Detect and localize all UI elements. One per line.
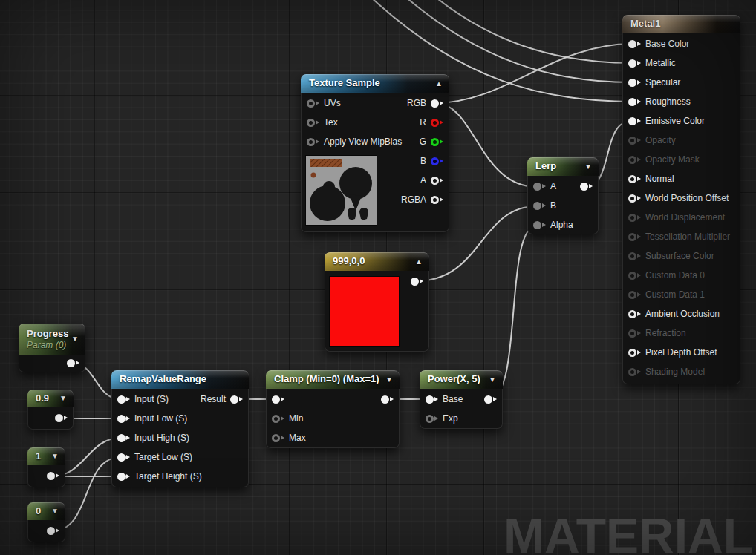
pin-in-a[interactable]: A <box>533 181 561 191</box>
node-header[interactable]: 0.9▼ <box>27 390 74 407</box>
pin-circle-icon <box>628 175 636 183</box>
pin-circle-icon <box>117 473 126 481</box>
wire-offscreen-to-specular[interactable] <box>405 0 632 82</box>
pin-in-normal[interactable]: Normal <box>628 174 679 184</box>
pin-circle-icon <box>47 472 55 480</box>
node-header[interactable]: Power(X, 5)▼ <box>420 370 503 389</box>
pin-out-r[interactable]: R <box>415 117 443 128</box>
pin-in-input-high-s[interactable]: Input High (S) <box>117 433 194 443</box>
pin-in-custom-data-0[interactable]: Custom Data 0 <box>628 270 709 280</box>
node-progress[interactable]: ProgressParam (0)▼ <box>19 324 85 372</box>
expand-arrow-icon[interactable]: ▼ <box>71 335 79 343</box>
expand-arrow-icon[interactable]: ▼ <box>51 453 59 460</box>
pin-in-shading-model[interactable]: Shading Model <box>628 367 709 377</box>
pin-in-metallic[interactable]: Metallic <box>628 58 680 68</box>
pin-circle-icon <box>431 99 439 108</box>
expand-arrow-icon[interactable]: ▼ <box>59 395 67 402</box>
pin-in-world-position-offset[interactable]: World Position Offset <box>628 193 733 203</box>
pin-label: Normal <box>645 174 674 184</box>
pin-in-alpha[interactable]: Alpha <box>533 220 578 230</box>
expand-arrow-icon[interactable]: ▼ <box>51 508 59 515</box>
pin-out-rgba[interactable]: RGBA <box>397 194 443 205</box>
node-header[interactable]: Clamp (Min=0) (Max=1)▼ <box>266 370 400 389</box>
pin-in-uvs[interactable]: UVs <box>307 98 345 108</box>
node-header[interactable]: 0▼ <box>27 502 65 520</box>
pin-out-out[interactable] <box>38 470 59 481</box>
pin-in-world-displacement[interactable]: World Displacement <box>628 212 729 223</box>
node-remap-value-range[interactable]: RemapValueRangeInput (S)Input Low (S)Inp… <box>111 370 249 487</box>
pin-circle-icon <box>117 415 126 423</box>
pin-in-opacity[interactable]: Opacity <box>628 135 680 145</box>
expand-arrow-icon[interactable]: ▼ <box>584 163 592 171</box>
pin-in-refraction[interactable]: Refraction <box>628 328 691 338</box>
pin-in-max[interactable]: Max <box>272 433 310 443</box>
expand-arrow-icon[interactable]: ▼ <box>385 376 393 384</box>
pin-out-out[interactable] <box>46 413 68 423</box>
pin-in-apply-view-mipbias[interactable]: Apply View MipBias <box>307 137 406 147</box>
node-title: 1 <box>27 450 65 462</box>
pin-out-out[interactable] <box>58 358 79 368</box>
pin-in-exp[interactable]: Exp <box>426 413 463 424</box>
pin-in-subsurface-color[interactable]: Subsurface Color <box>628 251 719 261</box>
pin-in-pixel-depth-offset[interactable]: Pixel Depth Offset <box>628 347 722 358</box>
pin-in-opacity-mask[interactable]: Opacity Mask <box>628 154 704 165</box>
node-texture-sample[interactable]: Texture Sample▲UVsTexApply View MipBiasR… <box>301 74 449 232</box>
pin-arrow-icon <box>316 139 319 144</box>
node-header[interactable]: RemapValueRange <box>111 370 249 389</box>
wire-offscreen-to-metallic[interactable] <box>434 0 632 63</box>
pin-in-tessellation-multiplier[interactable]: Tessellation Multiplier <box>628 231 734 242</box>
pin-out-out[interactable] <box>402 276 423 286</box>
pin-in-specular[interactable]: Specular <box>628 77 685 88</box>
pin-out-out[interactable] <box>372 394 394 404</box>
pin-arrow-icon <box>637 119 641 123</box>
node-metal1[interactable]: Metal1Base ColorMetallicSpecularRoughnes… <box>622 15 740 384</box>
pin-out-b[interactable]: B <box>416 156 443 166</box>
expand-arrow-icon[interactable]: ▼ <box>489 376 496 384</box>
pin-arrow-icon <box>637 80 641 85</box>
node-const-0[interactable]: 0▼ <box>27 502 65 542</box>
pin-in-emissive-color[interactable]: Emissive Color <box>628 116 709 126</box>
pin-in-min[interactable]: Min <box>272 413 307 424</box>
pin-in-b[interactable]: B <box>533 200 561 211</box>
node-const-999-0-0[interactable]: 999,0,0▲ <box>325 252 429 352</box>
pin-out-result[interactable]: Result <box>196 394 243 404</box>
collapse-arrow-icon[interactable]: ▲ <box>415 258 423 266</box>
pin-in-roughness[interactable]: Roughness <box>628 96 695 107</box>
pin-circle-icon <box>484 395 492 404</box>
pin-in-custom-data-1[interactable]: Custom Data 1 <box>628 289 709 300</box>
pin-out-out[interactable] <box>571 181 593 191</box>
node-const-1[interactable]: 1▼ <box>27 447 65 487</box>
pin-in-out[interactable] <box>272 394 293 404</box>
material-graph-canvas[interactable]: MATERIAL Texture Sample▲UVsTexApply View… <box>0 0 756 555</box>
collapse-arrow-icon[interactable]: ▲ <box>435 80 443 88</box>
wire-rgb-to-lerp-a[interactable] <box>435 103 537 187</box>
pin-in-input-s[interactable]: Input (S) <box>117 394 173 404</box>
pin-in-target-low-s[interactable]: Target Low (S) <box>117 452 197 462</box>
pin-arrow-icon <box>637 42 641 46</box>
node-header[interactable]: ProgressParam (0)▼ <box>19 324 85 355</box>
node-header[interactable]: Lerp▼ <box>527 157 599 176</box>
pin-arrow-icon <box>281 416 284 421</box>
pin-out-rgb[interactable]: RGB <box>403 98 443 108</box>
node-header[interactable]: Texture Sample▲ <box>301 74 449 93</box>
node-clamp[interactable]: Clamp (Min=0) (Max=1)▼MinMax <box>266 370 400 448</box>
node-header[interactable]: 999,0,0▲ <box>325 252 429 271</box>
wire-rgb-to-base-color[interactable] <box>435 44 632 103</box>
node-const-0-9[interactable]: 0.9▼ <box>27 390 74 430</box>
pin-arrow-icon <box>637 196 641 200</box>
pin-in-ambient-occlusion[interactable]: Ambient Occlusion <box>628 309 724 319</box>
pin-out-out[interactable] <box>475 394 497 404</box>
pin-out-out[interactable] <box>38 525 59 536</box>
pin-in-base-color[interactable]: Base Color <box>628 39 694 49</box>
node-power[interactable]: Power(X, 5)▼BaseExp <box>420 370 503 429</box>
node-header[interactable]: Metal1 <box>622 15 740 33</box>
pin-in-target-height-s[interactable]: Target Height (S) <box>117 471 206 482</box>
pin-out-a[interactable]: A <box>416 175 443 185</box>
pin-circle-icon <box>580 183 588 191</box>
pin-in-tex[interactable]: Tex <box>307 117 342 128</box>
pin-in-base[interactable]: Base <box>426 394 467 404</box>
node-header[interactable]: 1▼ <box>27 447 65 465</box>
pin-in-input-low-s[interactable]: Input Low (S) <box>117 413 192 424</box>
node-lerp[interactable]: Lerp▼ABAlpha <box>527 157 599 234</box>
pin-out-g[interactable]: G <box>415 137 443 147</box>
